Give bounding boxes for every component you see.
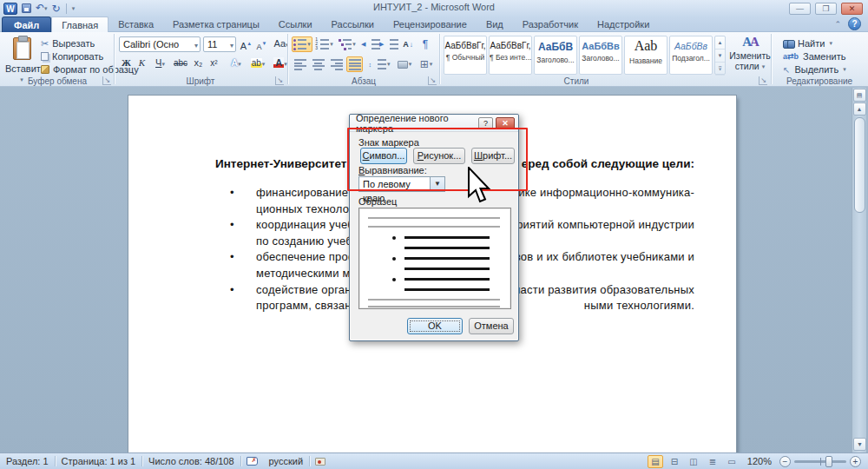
increase-indent-button[interactable]: ▶ [379,36,397,52]
zoom-level[interactable]: 120% [743,456,776,466]
text-effects-button[interactable]: А▾ [227,56,246,71]
collapse-ribbon-icon[interactable]: ⌃ [834,20,841,29]
bullets-button[interactable]: ▾ [292,36,312,52]
view-draft-icon[interactable]: ▭ [724,455,740,468]
ruler-toggle-icon[interactable]: ▤ [853,89,866,102]
status-section[interactable]: Раздел: 1 [0,456,55,466]
zoom-in-icon[interactable]: + [850,456,861,467]
align-center-button[interactable] [310,56,326,72]
replace-button[interactable]: a⇄b Заменить [783,50,845,63]
status-language[interactable]: русский [263,456,309,466]
cancel-button[interactable]: Отмена [469,318,514,334]
scroll-up-icon[interactable]: ▲ [853,102,866,116]
vertical-scrollbar[interactable]: ▤ ▲ ▼ [852,88,866,452]
borders-button[interactable]: ⊞▾ [416,56,437,72]
copy-button[interactable]: Копировать [41,50,103,63]
help-icon[interactable]: ? [848,17,861,30]
shading-icon [398,61,408,69]
preview-label: Образец [358,196,397,207]
view-web-layout-icon[interactable]: ◫ [686,455,701,468]
align-center-icon [312,59,325,69]
tab-home[interactable]: Главная [51,17,108,32]
change-styles-icon: АА [742,35,758,49]
macro-record-icon[interactable] [315,458,326,466]
cut-button[interactable]: ✂ Вырезать [41,37,95,50]
strikethrough-button[interactable]: abc [171,56,190,71]
format-painter-icon [41,65,49,74]
sort-button[interactable]: А↓ [399,36,417,52]
clipboard-group-label: Буфер обмена [2,76,113,86]
clipboard-icon [13,37,31,60]
tab-addins[interactable]: Надстройки [588,17,659,32]
show-marks-button[interactable]: ¶ [418,36,433,52]
styles-gallery-scroll[interactable]: ▲▼⊽ [714,36,726,75]
status-page[interactable]: Страница: 1 из 1 [56,456,142,466]
tab-references[interactable]: Ссылки [269,17,322,32]
grow-font-button[interactable]: А▲ [239,36,253,52]
clipboard-dialog-launcher-icon[interactable]: ↘ [102,76,111,85]
multilevel-list-button[interactable]: ▾ [337,36,358,52]
shrink-font-button[interactable]: А▼ [254,36,269,52]
tab-mailings[interactable]: Рассылки [322,17,384,32]
scrollbar-thumb[interactable] [854,117,865,213]
zoom-out-icon[interactable]: − [779,456,791,467]
tab-review[interactable]: Рецензирование [384,17,477,32]
tab-file[interactable]: Файл [2,17,51,32]
styles-dialog-launcher-icon[interactable]: ↘ [759,76,767,85]
copy-icon [41,52,49,61]
styles-scroll-down-icon: ▼ [715,50,725,63]
paragraph-dialog-launcher-icon[interactable]: ↘ [428,76,437,85]
superscript-button[interactable]: x² [207,56,221,71]
select-button[interactable]: ↖ Выделить▾ [783,63,846,76]
close-button[interactable]: ✕ [841,3,863,15]
font-name-combo[interactable]: Calibri (Осно [119,36,201,52]
view-fullscreen-reading-icon[interactable]: ⊟ [667,455,682,468]
zoom-slider-thumb[interactable] [825,456,832,467]
style-title[interactable]: АabНазвание [624,36,667,75]
bold-button[interactable]: Ж [119,56,134,71]
style-no-spacing[interactable]: АаБбВвГг,¶ Без инте... [489,36,532,75]
align-left-button[interactable] [292,56,308,72]
style-normal[interactable]: АаБбВвГг,¶ Обычный [444,36,487,75]
align-left-icon [294,59,306,69]
status-word-count[interactable]: Число слов: 48/108 [142,456,240,466]
tab-insert[interactable]: Вставка [108,17,163,32]
align-right-icon [331,59,343,69]
style-heading2[interactable]: АаБбВвЗаголово... [579,36,622,75]
subscript-button[interactable]: x₂ [191,56,206,71]
numbering-button[interactable]: ▾ [314,36,335,52]
group-font: Calibri (Осно 11 А▲ А▼ Аа▾ Ж К Ч▾ abc x₂… [115,32,286,87]
multilevel-list-icon [339,39,352,50]
view-outline-icon[interactable]: ≣ [705,455,720,468]
align-right-button[interactable] [328,56,345,72]
zoom-slider[interactable] [794,460,846,463]
style-subtitle[interactable]: АаБбВвПодзагол... [669,36,713,75]
group-styles: АаБбВвГг,¶ Обычный АаБбВвГг,¶ Без инте..… [441,32,769,87]
style-heading1[interactable]: АаБбВЗаголово... [534,36,577,75]
editing-group-label: Редактирование [773,76,866,86]
replace-icon: a⇄b [783,52,799,61]
group-clipboard: Вставить ▾ ✂ Вырезать Копировать Формат … [2,32,113,87]
decrease-indent-button[interactable]: ◀ [361,36,378,52]
tab-developer[interactable]: Разработчик [513,17,588,32]
italic-button[interactable]: К [135,56,149,71]
find-button[interactable]: Найти▾ [783,37,832,50]
restore-button[interactable]: ❐ [815,3,837,15]
font-dialog-launcher-icon[interactable]: ↘ [275,76,284,85]
shading-button[interactable]: ▾ [394,56,415,72]
font-size-combo[interactable]: 11 [203,36,236,52]
tab-page-layout[interactable]: Разметка страницы [163,17,269,32]
scroll-down-icon[interactable]: ▼ [853,438,866,451]
underline-button[interactable]: Ч▾ [150,56,170,71]
ribbon-tabs: Файл Главная Вставка Разметка страницы С… [0,16,868,32]
font-group-label: Шрифт [115,76,286,86]
view-print-layout-icon[interactable]: ▤ [648,455,663,468]
minimize-button[interactable]: — [789,3,811,15]
tab-view[interactable]: Вид [477,17,513,32]
ok-button[interactable]: OK [407,318,463,334]
proofing-status-icon[interactable] [247,457,258,466]
line-spacing-button[interactable]: ↕▾ [368,56,391,72]
justify-button[interactable] [346,56,363,72]
highlight-button[interactable]: ab▾ [247,56,268,71]
ribbon: Вставить ▾ ✂ Вырезать Копировать Формат … [0,32,868,87]
